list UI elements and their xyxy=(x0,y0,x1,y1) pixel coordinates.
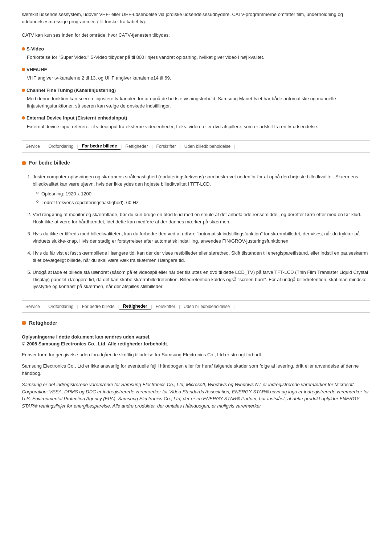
section1-title: For bedre billede xyxy=(29,159,70,167)
rights-bold-notice: Oplysningerne i dette dokument kan ændre… xyxy=(22,333,370,348)
sub-bullet-icon xyxy=(36,192,38,194)
term-vhf-uhf-body: VHF angiver tv-kanalerne 2 til 13, og UH… xyxy=(27,74,370,82)
section1-header: For bedre billede xyxy=(22,159,370,167)
bullet-icon xyxy=(22,47,25,50)
intro-paragraph-1: særskilt udsendelsessystem, udover VHF- … xyxy=(22,11,370,25)
nav-forskrifter-2[interactable]: Forskrifter xyxy=(152,303,179,310)
list-item-1: Juster computer-opløsningen og skærmens … xyxy=(33,173,370,206)
list-item-4: Hvis du får vist et fast skærmbillede i … xyxy=(33,250,370,264)
list-item-3: Hvis du ikke er tilfreds med billedkvali… xyxy=(33,230,370,244)
bullet-icon xyxy=(22,89,25,92)
rights-para-2: Samsung Electronics Co., Ltd er ikke ans… xyxy=(22,362,370,377)
bullet-icon xyxy=(22,116,25,119)
nav-uden-1[interactable]: Uden billedbibeholdelse xyxy=(181,143,234,150)
section2-header: Rettigheder xyxy=(22,319,370,327)
rights-para-1: Enhver form for gengivelse uden forudgåe… xyxy=(22,351,370,358)
intro-paragraph-2: CATV kan kun ses inden for det område, h… xyxy=(22,32,370,39)
section1-dot xyxy=(22,161,26,165)
sub-item-resolution: Opløsning: 1920 x 1200 xyxy=(36,190,370,198)
nav-bar-2: Service | Ordforklaring | For bedre bill… xyxy=(22,300,370,313)
term-channel-title: Channel Fine Tuning (Kanalfinjustering) xyxy=(22,87,370,94)
term-s-video-title: S-Video xyxy=(22,45,370,53)
sub-item-frequency: Lodret frekvens (opdateringshastighed): … xyxy=(36,199,370,206)
term-external-device: External Device Input (Eksternt enhedsin… xyxy=(22,114,370,130)
nav-bar-1: Service | Ordforklaring | For bedre bill… xyxy=(22,140,370,153)
nav-sep-6: | xyxy=(234,143,235,150)
term-vhf-uhf: VHF/UHF VHF angiver tv-kanalerne 2 til 1… xyxy=(22,66,370,82)
nav2-sep-6: | xyxy=(233,303,234,310)
nav-ordforklaring-2[interactable]: Ordforklaring xyxy=(45,303,77,310)
term-s-video-body: Forkortelse for "Super Video." S-Video t… xyxy=(27,54,370,61)
nav-for-bedre-billede-1[interactable]: For bedre billede xyxy=(78,143,121,150)
term-channel-body: Med denne funktion kan seeren finjustere… xyxy=(27,95,370,109)
nav-for-bedre-billede-2[interactable]: For bedre billede xyxy=(78,303,118,310)
term-external-title: External Device Input (Eksternt enhedsin… xyxy=(22,114,370,122)
nav-rettigheder-2[interactable]: Rettigheder xyxy=(119,303,151,310)
section2-title: Rettigheder xyxy=(29,319,57,327)
bullet-icon xyxy=(22,68,25,71)
term-channel-fine-tuning: Channel Fine Tuning (Kanalfinjustering) … xyxy=(22,87,370,110)
section2-dot xyxy=(22,321,26,325)
list-item-5: Undgå at lade et billede stå uændret (så… xyxy=(33,269,370,290)
rights-para-3: Samsung er det indregistrerede varemærke… xyxy=(22,381,370,409)
nav-service-2[interactable]: Service xyxy=(22,303,44,310)
nav-ordforklaring-1[interactable]: Ordforklaring xyxy=(45,143,77,150)
rights-content: Oplysningerne i dette dokument kan ændre… xyxy=(22,333,370,410)
nav-service-1[interactable]: Service xyxy=(22,143,44,150)
section1-list: Juster computer-opløsningen og skærmens … xyxy=(33,173,370,290)
term-s-video: S-Video Forkortelse for "Super Video." S… xyxy=(22,45,370,61)
sub-list-1: Opløsning: 1920 x 1200 Lodret frekvens (… xyxy=(36,190,370,206)
nav-rettigheder-1[interactable]: Rettigheder xyxy=(122,143,151,150)
nav-forskrifter-1[interactable]: Forskrifter xyxy=(153,143,180,150)
term-external-body: External device input refererer til vide… xyxy=(27,123,370,130)
list-item-2: Ved rengøring af monitor og skærmflade, … xyxy=(33,211,370,225)
nav-uden-2[interactable]: Uden billedbibeholdelse xyxy=(180,303,233,310)
term-vhf-uhf-title: VHF/UHF xyxy=(22,66,370,73)
sub-bullet-icon xyxy=(36,200,38,203)
